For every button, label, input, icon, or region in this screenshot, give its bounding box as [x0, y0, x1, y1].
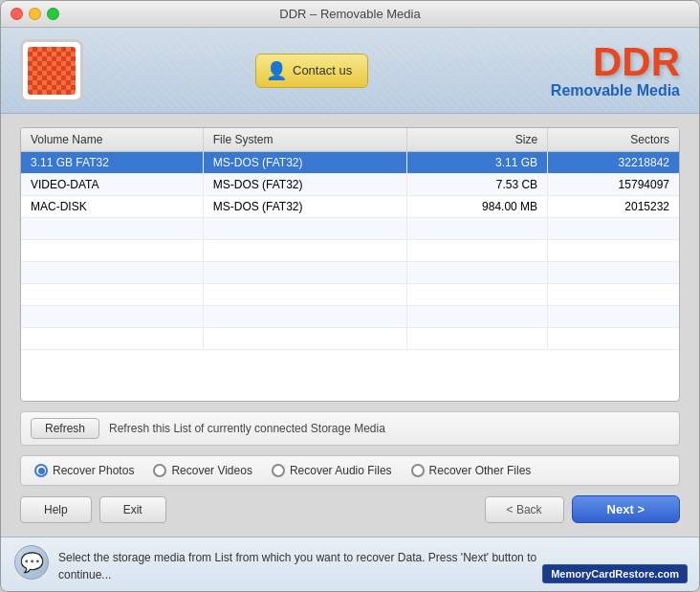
- table-cell: 15794097: [548, 174, 679, 196]
- volume-table-container: Volume Name File System Size Sectors 3.1…: [20, 127, 680, 402]
- table-cell-empty: [548, 284, 679, 306]
- contact-icon: 👤: [266, 60, 287, 81]
- table-row[interactable]: MAC-DISKMS-DOS (FAT32)984.00 MB2015232: [21, 196, 679, 218]
- table-cell-empty: [203, 284, 406, 306]
- info-line2: continue...: [58, 568, 111, 581]
- table-cell-empty: [407, 328, 548, 350]
- table-cell-empty: [203, 328, 406, 350]
- bottom-buttons: Help Exit < Back Next >: [20, 495, 680, 523]
- refresh-bar: Refresh Refresh this List of currently c…: [20, 411, 680, 446]
- table-cell-empty: [21, 306, 203, 328]
- table-row-empty: [21, 262, 679, 284]
- table-cell-empty: [548, 240, 679, 262]
- radio-label-audio: Recover Audio Files: [290, 464, 392, 477]
- radio-recover-photos[interactable]: Recover Photos: [34, 464, 134, 477]
- table-cell-empty: [548, 328, 679, 350]
- window-title: DDR – Removable Media: [279, 7, 420, 21]
- radio-recover-other[interactable]: Recover Other Files: [411, 464, 532, 477]
- table-cell-empty: [203, 306, 406, 328]
- radio-label-other: Recover Other Files: [429, 464, 532, 477]
- info-icon: 💬: [14, 545, 49, 580]
- table-cell-empty: [548, 306, 679, 328]
- table-cell: MS-DOS (FAT32): [203, 196, 406, 218]
- table-row-empty: [21, 306, 679, 328]
- table-cell-empty: [548, 218, 679, 240]
- contact-us-button[interactable]: 👤 Contact us: [255, 54, 368, 88]
- table-cell: 3.11 GB FAT32: [21, 152, 203, 174]
- table-cell-empty: [21, 328, 203, 350]
- table-cell: MS-DOS (FAT32): [203, 174, 406, 196]
- table-cell-empty: [407, 218, 548, 240]
- checkerboard-icon: [28, 47, 76, 95]
- title-bar: DDR – Removable Media: [1, 1, 699, 28]
- col-volume-name: Volume Name: [21, 128, 203, 152]
- app-logo: [20, 39, 83, 102]
- table-cell-empty: [21, 284, 203, 306]
- table-row[interactable]: 3.11 GB FAT32MS-DOS (FAT32)3.11 GB322188…: [21, 152, 679, 174]
- exit-button[interactable]: Exit: [99, 496, 166, 523]
- app-header: 👤 Contact us DDR Removable Media: [1, 28, 699, 114]
- radio-recover-audio[interactable]: Recover Audio Files: [272, 464, 392, 477]
- table-cell-empty: [203, 262, 406, 284]
- recovery-type-group: Recover Photos Recover Videos Recover Au…: [20, 455, 680, 486]
- main-window: DDR – Removable Media 👤 Contact us DDR R…: [0, 0, 700, 592]
- col-filesystem: File System: [203, 128, 406, 152]
- maximize-button[interactable]: [47, 8, 59, 20]
- info-line1: Select the storage media from List from …: [58, 551, 536, 564]
- contact-label: Contact us: [293, 63, 352, 77]
- radio-recover-videos[interactable]: Recover Videos: [153, 464, 252, 477]
- volume-table: Volume Name File System Size Sectors 3.1…: [21, 128, 679, 350]
- info-text: Select the storage media from List from …: [58, 545, 536, 583]
- table-cell: 7.53 CB: [407, 174, 548, 196]
- radio-label-photos: Recover Photos: [53, 464, 134, 477]
- table-cell-empty: [203, 240, 406, 262]
- table-cell: VIDEO-DATA: [21, 174, 203, 196]
- col-sectors: Sectors: [548, 128, 679, 152]
- table-row-empty: [21, 240, 679, 262]
- col-size: Size: [407, 128, 548, 152]
- table-row[interactable]: VIDEO-DATAMS-DOS (FAT32)7.53 CB15794097: [21, 174, 679, 196]
- table-cell: 984.00 MB: [407, 196, 548, 218]
- table-cell-empty: [21, 240, 203, 262]
- table-header-row: Volume Name File System Size Sectors: [21, 128, 679, 152]
- refresh-button[interactable]: Refresh: [31, 418, 99, 439]
- radio-circle-audio: [272, 464, 285, 477]
- radio-circle-videos: [153, 464, 166, 477]
- table-cell-empty: [407, 262, 548, 284]
- table-row-empty: [21, 284, 679, 306]
- brand-subtitle: Removable Media: [551, 82, 680, 99]
- table-cell: 32218842: [548, 152, 679, 174]
- window-controls: [11, 8, 59, 20]
- next-button[interactable]: Next >: [572, 495, 680, 523]
- table-cell-empty: [548, 262, 679, 284]
- main-content: Volume Name File System Size Sectors 3.1…: [1, 114, 699, 537]
- table-cell-empty: [407, 284, 548, 306]
- table-cell-empty: [21, 218, 203, 240]
- radio-circle-photos: [34, 464, 48, 477]
- brand-title: DDR: [551, 42, 680, 82]
- refresh-description: Refresh this List of currently connected…: [109, 422, 385, 435]
- help-button[interactable]: Help: [20, 496, 92, 523]
- table-cell: MAC-DISK: [21, 196, 203, 218]
- back-button[interactable]: < Back: [485, 496, 564, 523]
- watermark: MemoryCardRestore.com: [542, 564, 688, 583]
- table-row-empty: [21, 328, 679, 350]
- minimize-button[interactable]: [29, 8, 41, 20]
- radio-circle-other: [411, 464, 425, 477]
- table-body: 3.11 GB FAT32MS-DOS (FAT32)3.11 GB322188…: [21, 152, 679, 350]
- table-row-empty: [21, 218, 679, 240]
- table-cell-empty: [407, 240, 548, 262]
- table-cell-empty: [203, 218, 406, 240]
- table-cell: MS-DOS (FAT32): [203, 152, 406, 174]
- close-button[interactable]: [11, 8, 23, 20]
- table-cell-empty: [407, 306, 548, 328]
- contact-button-container: 👤 Contact us: [255, 54, 368, 88]
- info-bar: 💬 Select the storage media from List fro…: [1, 537, 699, 591]
- table-cell: 2015232: [548, 196, 679, 218]
- table-cell-empty: [21, 262, 203, 284]
- brand-area: DDR Removable Media: [551, 42, 680, 99]
- radio-label-videos: Recover Videos: [171, 464, 252, 477]
- table-cell: 3.11 GB: [407, 152, 548, 174]
